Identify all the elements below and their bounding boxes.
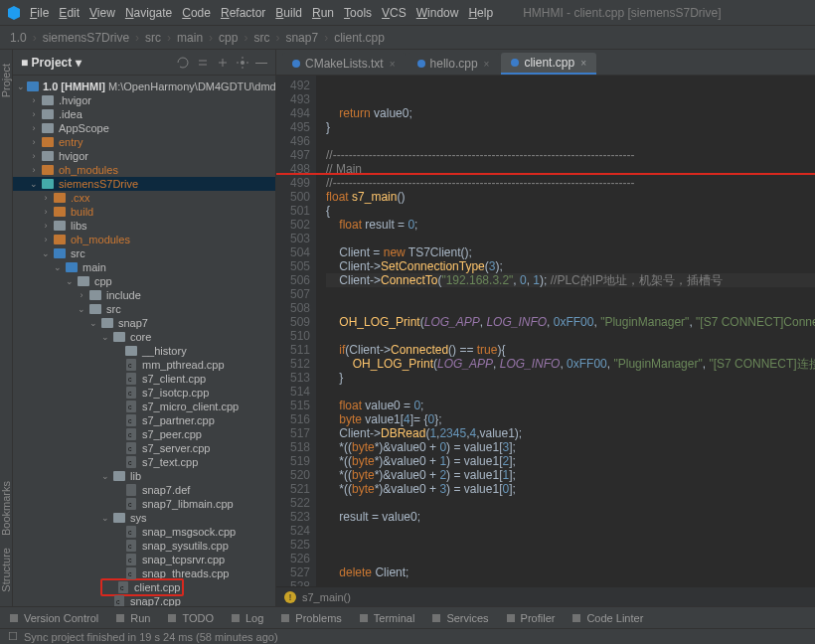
tab-hello.cpp[interactable]: hello.cpp×	[408, 53, 500, 75]
tree-root[interactable]: ⌄1.0 [HMHMI] M:\OpenHarmony\DM4GDTU\dmdt…	[13, 80, 275, 93]
sidebar-tab-project[interactable]: Project	[0, 64, 12, 97]
tab-client.cpp[interactable]: client.cpp×	[501, 53, 596, 75]
crumb-1.0[interactable]: 1.0	[10, 31, 27, 45]
code-line-502[interactable]: float result = 0;	[326, 218, 815, 232]
tree-item-s7_isotcp.cpp[interactable]: s7_isotcp.cpp	[13, 386, 275, 400]
tree-item-entry[interactable]: ›entry	[13, 135, 275, 149]
menu-view[interactable]: View	[89, 6, 115, 20]
tree-item-src[interactable]: ⌄src	[13, 302, 275, 316]
settings-icon[interactable]	[236, 56, 249, 70]
project-tree[interactable]: ⌄1.0 [HMHMI] M:\OpenHarmony\DM4GDTU\dmdt…	[13, 76, 275, 606]
code-line-497[interactable]: //--------------------------------------…	[326, 148, 815, 162]
code-line-506[interactable]: Client->ConnectTo("192.168.3.2", 0, 1); …	[326, 273, 815, 287]
tree-item-__history[interactable]: __history	[13, 344, 275, 358]
crumb-client.cpp[interactable]: client.cpp	[334, 31, 385, 45]
tab-CMakeLists.txt[interactable]: CMakeLists.txt×	[282, 53, 406, 75]
code-line-520[interactable]: *((byte*)&value0 + 2) = value1[1];	[326, 468, 815, 482]
tree-item-core[interactable]: ⌄core	[13, 330, 275, 344]
code-line-493[interactable]	[326, 92, 815, 106]
tree-item-sys[interactable]: ⌄sys	[13, 511, 275, 525]
code-line-505[interactable]: Client->SetConnectionType(3);	[326, 259, 815, 273]
refresh-icon[interactable]	[176, 56, 190, 70]
code-line-509[interactable]: OH_LOG_Print(LOG_APP, LOG_INFO, 0xFF00, …	[326, 315, 815, 329]
menu-refactor[interactable]: Refactor	[221, 6, 265, 20]
tool-problems[interactable]: Problems	[279, 612, 341, 624]
menu-build[interactable]: Build	[275, 6, 302, 20]
code-line-510[interactable]	[326, 329, 815, 343]
code-line-500[interactable]: float s7_main()	[326, 190, 815, 204]
menu-navigate[interactable]: Navigate	[125, 6, 172, 20]
navigation-breadcrumb[interactable]: 1.0›siemensS7Drive›src›main›cpp›src›snap…	[0, 26, 815, 50]
code-line-501[interactable]: {	[326, 204, 815, 218]
code-line-518[interactable]: *((byte*)&value0 + 0) = value1[3];	[326, 440, 815, 454]
tree-item-oh_modules[interactable]: ›oh_modules	[13, 233, 275, 246]
code-line-494[interactable]: return value0;	[326, 106, 815, 120]
code-line-507[interactable]	[326, 287, 815, 301]
crumb-src[interactable]: src	[145, 31, 161, 45]
tree-item-AppScope[interactable]: ›AppScope	[13, 121, 275, 135]
close-icon[interactable]: ×	[484, 59, 490, 70]
tree-item-s7_micro_client.cpp[interactable]: s7_micro_client.cpp	[13, 400, 275, 413]
crumb-cpp[interactable]: cpp	[219, 31, 238, 45]
tree-item-src[interactable]: ⌄src	[13, 246, 275, 260]
code-line-521[interactable]: *((byte*)&value0 + 3) = value1[0];	[326, 482, 815, 496]
editor-breadcrumb[interactable]: ! s7_main()	[276, 586, 815, 606]
code-line-496[interactable]	[326, 134, 815, 148]
tool-log[interactable]: Log	[230, 612, 263, 624]
code-line-499[interactable]: //--------------------------------------…	[326, 176, 815, 190]
code-line-527[interactable]: delete Client;	[326, 565, 815, 579]
tree-item-hvigor[interactable]: ›hvigor	[13, 149, 275, 163]
code-line-517[interactable]: Client->DBRead(1,2345,4,value1);	[326, 426, 815, 440]
close-icon[interactable]: ×	[580, 58, 586, 69]
tool-version-control[interactable]: Version Control	[8, 612, 98, 624]
tool-code-linter[interactable]: Code Linter	[570, 612, 643, 624]
crumb-snap7[interactable]: snap7	[285, 31, 318, 45]
tree-item-oh_modules[interactable]: ›oh_modules	[13, 163, 275, 177]
tree-item-cpp[interactable]: ⌄cpp	[13, 274, 275, 288]
code-line-516[interactable]: byte value1[4]= {0};	[326, 412, 815, 426]
tree-item-client.cpp[interactable]: client.cpp	[13, 580, 275, 594]
tree-item-snap_tcpsrvr.cpp[interactable]: snap_tcpsrvr.cpp	[13, 553, 275, 566]
code-line-513[interactable]: }	[326, 371, 815, 385]
sidebar-tab-structure[interactable]: Structure	[0, 548, 12, 592]
tool-run[interactable]: Run	[114, 612, 150, 624]
tree-item-snap7_libmain.cpp[interactable]: snap7_libmain.cpp	[13, 497, 275, 511]
tree-item-libs[interactable]: ›libs	[13, 219, 275, 233]
tree-item-snap7.def[interactable]: snap7.def	[13, 483, 275, 497]
tree-item-siemensS7Drive[interactable]: ⌄siemensS7Drive	[13, 177, 275, 191]
code-line-528[interactable]	[326, 579, 815, 586]
code-line-514[interactable]	[326, 385, 815, 399]
tree-item-main[interactable]: ⌄main	[13, 260, 275, 274]
code-line-492[interactable]	[326, 79, 815, 92]
code-line-508[interactable]	[326, 301, 815, 315]
code-content[interactable]: return value0;}//-----------------------…	[316, 76, 815, 586]
hide-icon[interactable]: —	[255, 56, 267, 70]
code-line-519[interactable]: *((byte*)&value0 + 1) = value1[2];	[326, 454, 815, 468]
tree-item-.cxx[interactable]: ›.cxx	[13, 191, 275, 205]
code-line-498[interactable]: // Main	[326, 162, 815, 176]
tree-item-snap7[interactable]: ⌄snap7	[13, 316, 275, 330]
sidebar-tab-bookmarks[interactable]: Bookmarks	[0, 481, 12, 536]
menu-run[interactable]: Run	[312, 6, 334, 20]
code-line-525[interactable]	[326, 538, 815, 552]
tree-item-mm_pthread.cpp[interactable]: mm_pthread.cpp	[13, 358, 275, 372]
tree-item-.hvigor[interactable]: ›.hvigor	[13, 93, 275, 107]
tree-item-s7_server.cpp[interactable]: s7_server.cpp	[13, 441, 275, 455]
close-icon[interactable]: ×	[390, 59, 396, 70]
crumb-siemensS7Drive[interactable]: siemensS7Drive	[43, 31, 129, 45]
tree-item-lib[interactable]: ⌄lib	[13, 469, 275, 483]
code-line-523[interactable]: result = value0;	[326, 510, 815, 524]
menu-tools[interactable]: Tools	[344, 6, 372, 20]
menu-window[interactable]: Window	[416, 6, 459, 20]
tree-item-.idea[interactable]: ›.idea	[13, 107, 275, 121]
tree-item-snap_msgsock.cpp[interactable]: snap_msgsock.cpp	[13, 525, 275, 539]
menu-help[interactable]: Help	[468, 6, 493, 20]
code-line-522[interactable]	[326, 496, 815, 510]
tree-item-s7_text.cpp[interactable]: s7_text.cpp	[13, 455, 275, 469]
tool-profiler[interactable]: Profiler	[505, 612, 556, 624]
collapse-icon[interactable]	[216, 56, 230, 70]
tree-item-s7_peer.cpp[interactable]: s7_peer.cpp	[13, 427, 275, 441]
tree-item-s7_client.cpp[interactable]: s7_client.cpp	[13, 372, 275, 386]
code-line-495[interactable]: }	[326, 120, 815, 134]
tool-terminal[interactable]: Terminal	[358, 612, 415, 624]
